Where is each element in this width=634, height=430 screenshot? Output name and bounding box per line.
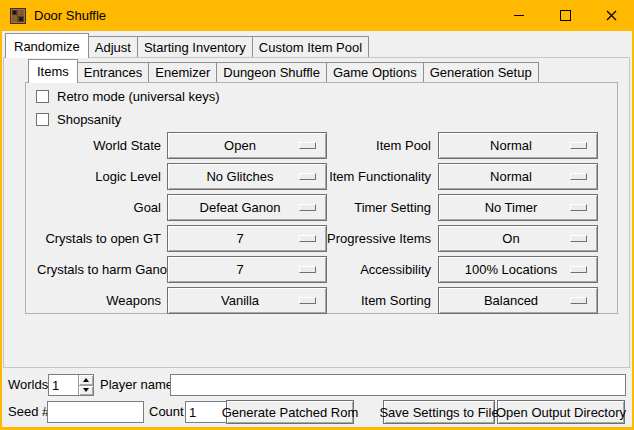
crystals-gt-dropdown[interactable]: 7 xyxy=(167,225,327,252)
close-button[interactable] xyxy=(588,0,634,31)
setting-accessibility: Accessibility 100% Locations xyxy=(327,256,598,283)
setting-crystals-ganon: Crystals to harm Ganon 7 xyxy=(37,256,327,283)
item-pool-label: Item Pool xyxy=(327,138,431,153)
window-title: Door Shuffle xyxy=(34,8,106,23)
tab-starting-inventory[interactable]: Starting Inventory xyxy=(137,36,253,57)
dropdown-indicator-icon xyxy=(570,204,587,211)
generate-patched-rom-button[interactable]: Generate Patched Rom xyxy=(226,400,354,424)
timer-setting-dropdown[interactable]: No Timer xyxy=(438,194,598,221)
client-area: Randomize Adjust Starting Inventory Cust… xyxy=(2,31,632,427)
tab-custom-item-pool[interactable]: Custom Item Pool xyxy=(252,36,369,57)
setting-logic-level: Logic Level No Glitches xyxy=(37,163,327,190)
item-sorting-label: Item Sorting xyxy=(327,293,431,308)
seed-input[interactable] xyxy=(47,401,144,423)
crystals-ganon-dropdown[interactable]: 7 xyxy=(167,256,327,283)
item-pool-value: Normal xyxy=(490,138,532,153)
inner-tabbar: Items Entrances Enemizer Dungeon Shuffle… xyxy=(28,59,538,82)
worlds-spin-up-button[interactable] xyxy=(79,375,93,385)
retro-mode-label: Retro mode (universal keys) xyxy=(57,89,220,104)
tab-enemizer[interactable]: Enemizer xyxy=(148,62,217,82)
item-sorting-dropdown[interactable]: Balanced xyxy=(438,287,598,314)
minimize-icon xyxy=(514,15,524,16)
open-output-directory-button[interactable]: Open Output Directory xyxy=(497,400,625,424)
save-settings-button[interactable]: Save Settings to File xyxy=(383,400,495,424)
maximize-icon xyxy=(560,10,571,21)
dropdown-indicator-icon xyxy=(299,235,316,242)
worlds-spinner[interactable]: 1 xyxy=(48,374,94,396)
dropdown-indicator-icon xyxy=(570,142,587,149)
goal-label: Goal xyxy=(37,200,161,215)
progressive-items-value: On xyxy=(502,231,519,246)
dropdown-indicator-icon xyxy=(299,173,316,180)
worlds-label: Worlds xyxy=(8,374,48,396)
progressive-items-dropdown[interactable]: On xyxy=(438,225,598,252)
maximize-button[interactable] xyxy=(542,0,588,31)
tab-game-options[interactable]: Game Options xyxy=(326,62,424,82)
dropdown-indicator-icon xyxy=(570,266,587,273)
world-state-value: Open xyxy=(224,138,256,153)
setting-crystals-gt: Crystals to open GT 7 xyxy=(37,225,327,252)
shopsanity-checkbox[interactable] xyxy=(36,113,49,126)
item-functionality-dropdown[interactable]: Normal xyxy=(438,163,598,190)
player-names-input[interactable] xyxy=(170,374,626,396)
dropdown-indicator-icon xyxy=(299,297,316,304)
tab-adjust[interactable]: Adjust xyxy=(88,36,138,57)
crystals-ganon-label: Crystals to harm Ganon xyxy=(37,262,161,277)
item-functionality-value: Normal xyxy=(490,169,532,184)
dropdown-indicator-icon xyxy=(299,204,316,211)
item-pool-dropdown[interactable]: Normal xyxy=(438,132,598,159)
timer-setting-value: No Timer xyxy=(485,200,538,215)
retro-mode-checkbox[interactable] xyxy=(36,90,49,103)
setting-goal: Goal Defeat Ganon xyxy=(37,194,327,221)
logic-level-value: No Glitches xyxy=(206,169,273,184)
shopsanity-label: Shopsanity xyxy=(57,112,121,127)
window-controls xyxy=(496,0,634,31)
worlds-value: 1 xyxy=(49,375,78,395)
titlebar[interactable]: Door Shuffle xyxy=(0,0,634,31)
world-state-dropdown[interactable]: Open xyxy=(167,132,327,159)
tab-items[interactable]: Items xyxy=(28,59,78,83)
timer-setting-label: Timer Setting xyxy=(327,200,431,215)
crystals-ganon-value: 7 xyxy=(236,262,243,277)
setting-world-state: World State Open xyxy=(37,132,327,159)
accessibility-dropdown[interactable]: 100% Locations xyxy=(438,256,598,283)
tab-randomize[interactable]: Randomize xyxy=(5,33,89,58)
weapons-dropdown[interactable]: Vanilla xyxy=(167,287,327,314)
logic-level-dropdown[interactable]: No Glitches xyxy=(167,163,327,190)
outer-tabbar: Randomize Adjust Starting Inventory Cust… xyxy=(5,33,368,57)
minimize-button[interactable] xyxy=(496,0,542,31)
count-label: Count xyxy=(149,400,184,424)
logic-level-label: Logic Level xyxy=(37,169,161,184)
tab-generation-setup[interactable]: Generation Setup xyxy=(423,62,539,82)
arrow-down-icon xyxy=(83,388,89,392)
arrow-up-icon xyxy=(83,378,89,382)
setting-timer: Timer Setting No Timer xyxy=(327,194,598,221)
setting-item-pool: Item Pool Normal xyxy=(327,132,598,159)
dropdown-indicator-icon xyxy=(570,173,587,180)
setting-item-sorting: Item Sorting Balanced xyxy=(327,287,598,314)
item-sorting-value: Balanced xyxy=(484,293,538,308)
dropdown-indicator-icon xyxy=(299,142,316,149)
accessibility-value: 100% Locations xyxy=(465,262,558,277)
window: Door Shuffle Randomize Adjust Starting I… xyxy=(0,0,634,430)
setting-item-functionality: Item Functionality Normal xyxy=(327,163,598,190)
crystals-gt-value: 7 xyxy=(236,231,243,246)
worlds-spin-down-button[interactable] xyxy=(79,385,93,396)
item-functionality-label: Item Functionality xyxy=(327,169,431,184)
settings-column-left: World State Open Logic Level No Glitches… xyxy=(37,132,327,314)
world-state-label: World State xyxy=(37,138,161,153)
dropdown-indicator-icon xyxy=(570,235,587,242)
setting-progressive-items: Progressive Items On xyxy=(327,225,598,252)
goal-dropdown[interactable]: Defeat Ganon xyxy=(167,194,327,221)
weapons-value: Vanilla xyxy=(221,293,259,308)
settings-column-right: Item Pool Normal Item Functionality Norm… xyxy=(327,132,598,314)
close-icon xyxy=(606,10,617,21)
player-names-label: Player names xyxy=(100,374,179,396)
seed-label: Seed # xyxy=(8,400,49,424)
tab-entrances[interactable]: Entrances xyxy=(77,62,150,82)
crystals-gt-label: Crystals to open GT xyxy=(37,231,161,246)
dropdown-indicator-icon xyxy=(299,266,316,273)
tab-dungeon-shuffle[interactable]: Dungeon Shuffle xyxy=(216,62,327,82)
goal-value: Defeat Ganon xyxy=(200,200,281,215)
door-app-icon xyxy=(10,8,26,24)
